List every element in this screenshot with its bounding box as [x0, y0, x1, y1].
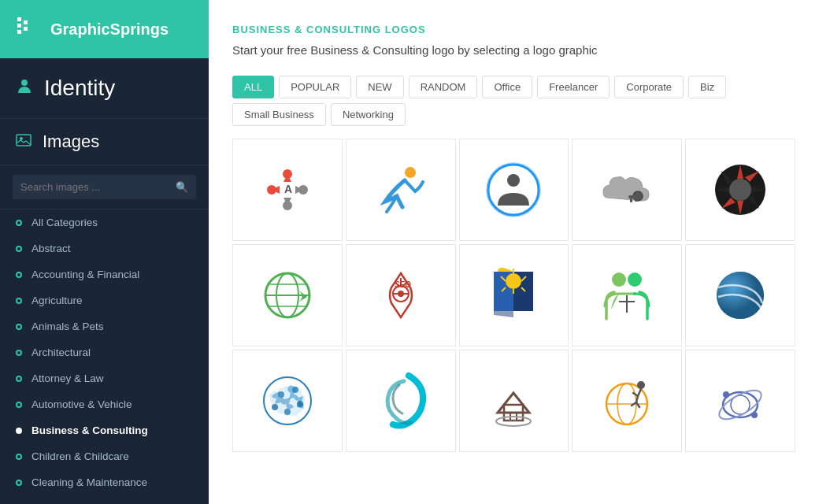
sidebar-category-item[interactable]: Cleaning & Maintenance [0, 469, 209, 495]
svg-point-66 [751, 412, 758, 418]
logo-cell-12[interactable] [346, 350, 456, 452]
svg-rect-6 [17, 135, 31, 146]
sidebar-category-item[interactable]: Abstract [0, 235, 209, 261]
sidebar-category-item[interactable]: Communications [0, 495, 209, 504]
logo-grid: A [232, 139, 795, 489]
filter-button[interactable]: Biz [688, 76, 726, 98]
filter-button[interactable]: ALL [232, 76, 274, 98]
svg-point-7 [20, 137, 23, 140]
svg-point-19 [507, 174, 520, 187]
category-label: Attorney & Law [32, 372, 104, 384]
svg-point-20 [487, 163, 540, 217]
svg-point-61 [637, 381, 645, 389]
svg-point-50 [278, 391, 284, 398]
identity-label: Identity [44, 76, 115, 101]
svg-point-53 [284, 409, 291, 415]
sidebar-category-item[interactable]: Attorney & Law [0, 365, 209, 391]
category-label: Architectural [32, 346, 91, 358]
category-bullet [16, 246, 22, 252]
svg-rect-1 [17, 24, 21, 28]
images-icon [16, 132, 32, 152]
logo-text: GraphicSprings [50, 20, 169, 39]
svg-point-42 [506, 273, 521, 289]
svg-point-18 [488, 165, 539, 215]
logo-cell-6[interactable] [232, 244, 343, 346]
category-label: Accounting & Financial [32, 269, 139, 280]
sidebar-category-item[interactable]: Automotive & Vehicle [0, 391, 209, 417]
category-bullet [16, 428, 22, 434]
logo-cell-3[interactable] [459, 139, 569, 241]
logo-cell-14[interactable] [572, 350, 682, 452]
logo-cell-15[interactable] [685, 350, 795, 452]
category-label: Children & Childcare [32, 450, 129, 462]
identity-icon [16, 77, 33, 99]
svg-point-45 [628, 272, 642, 287]
logo-cell-7[interactable]: SEO [346, 244, 456, 346]
svg-rect-3 [24, 20, 28, 24]
sidebar-category-item[interactable]: Business & Consulting [0, 417, 209, 443]
svg-rect-22 [628, 195, 639, 198]
logo-cell-1[interactable]: A [232, 139, 343, 241]
filter-button[interactable]: RANDOM [409, 76, 478, 98]
svg-rect-24 [635, 198, 637, 202]
category-label: Animals & Pets [32, 321, 104, 332]
sidebar-search-container: 🔍 [0, 165, 209, 209]
svg-text:A: A [284, 183, 292, 195]
sidebar-category-item[interactable]: Accounting & Financial [0, 261, 209, 287]
filter-button[interactable]: Small Business [232, 103, 326, 126]
logo-cell-8[interactable] [459, 244, 569, 346]
page-subtitle: Start your free Business & Consulting lo… [232, 42, 795, 60]
sidebar-category-item[interactable]: Animals & Pets [0, 313, 209, 339]
sidebar-identity-section[interactable]: Identity [0, 58, 209, 119]
logo-cell-13[interactable] [459, 350, 569, 452]
search-icon: 🔍 [176, 181, 188, 193]
svg-point-51 [292, 387, 298, 393]
logo-cell-11[interactable] [232, 350, 343, 452]
category-label: All Categories [32, 217, 98, 228]
sidebar-category-item[interactable]: All Categories [0, 209, 209, 235]
sidebar-categories-list: All CategoriesAbstractAccounting & Finan… [0, 209, 209, 504]
filter-button[interactable]: NEW [356, 76, 403, 98]
filter-button[interactable]: Freelancer [537, 76, 610, 98]
filter-button[interactable]: Corporate [614, 76, 684, 98]
svg-rect-4 [24, 27, 28, 31]
category-label: Agriculture [32, 295, 83, 306]
category-bullet [16, 298, 22, 304]
filter-row: ALLPOPULARNEWRANDOMOfficeFreelancerCorpo… [232, 76, 795, 126]
svg-point-17 [405, 167, 416, 178]
category-label: Abstract [32, 243, 71, 254]
svg-text:SEO: SEO [395, 280, 411, 289]
logo-icon [16, 14, 41, 44]
sidebar-category-item[interactable]: Agriculture [0, 287, 209, 313]
category-bullet [16, 480, 22, 486]
sidebar-images-section[interactable]: Images [0, 119, 209, 165]
logo-cell-9[interactable] [572, 244, 682, 346]
page-title: BUSINESS & CONSULTING LOGOS [232, 24, 795, 35]
category-bullet [16, 454, 22, 460]
svg-rect-0 [17, 17, 21, 21]
svg-rect-2 [17, 30, 21, 34]
svg-point-36 [398, 291, 404, 297]
images-label: Images [43, 132, 99, 152]
logo-cell-10[interactable] [685, 244, 795, 346]
logo-cell-2[interactable] [346, 139, 456, 241]
filter-button[interactable]: POPULAR [279, 76, 351, 98]
search-input[interactable] [13, 175, 196, 199]
svg-point-5 [21, 80, 28, 86]
svg-point-26 [729, 179, 751, 201]
sidebar-category-item[interactable]: Architectural [0, 339, 209, 365]
svg-point-54 [272, 404, 278, 410]
category-bullet [16, 376, 22, 382]
filter-button[interactable]: Office [482, 76, 532, 98]
sidebar-header: GraphicSprings [0, 0, 209, 58]
category-label: Business & Consulting [32, 424, 148, 436]
svg-point-44 [612, 272, 626, 287]
category-bullet [16, 272, 22, 278]
logo-cell-5[interactable] [685, 139, 795, 241]
svg-point-65 [723, 391, 729, 398]
filter-button[interactable]: Networking [331, 103, 406, 126]
category-bullet [16, 402, 22, 408]
sidebar-category-item[interactable]: Children & Childcare [0, 443, 209, 469]
logo-cell-4[interactable] [572, 139, 682, 241]
category-label: Cleaning & Maintenance [32, 476, 147, 488]
